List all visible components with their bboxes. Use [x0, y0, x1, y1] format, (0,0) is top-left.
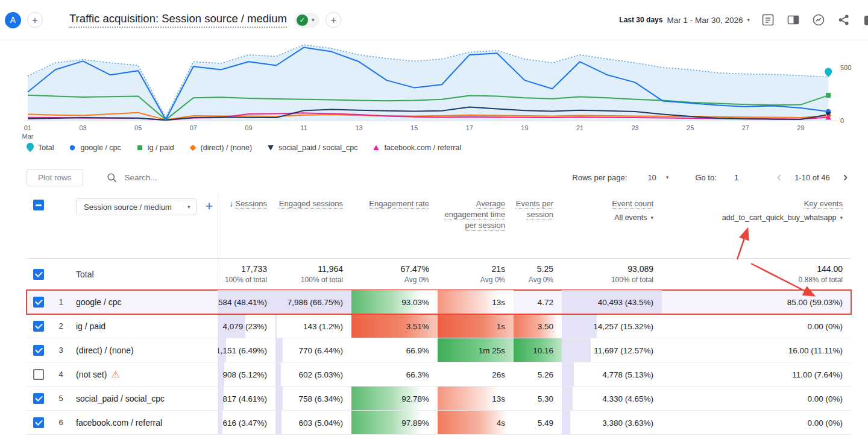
sessions-over-time-chart	[0, 40, 868, 141]
sessions-cell: 908 (5.12%)	[218, 362, 275, 386]
table-row-4[interactable]: 4(not set)⚠908 (5.12%)602 (5.03%)66.3%26…	[27, 362, 851, 387]
go-to-input[interactable]	[726, 173, 747, 182]
chevron-down-icon: ▾	[312, 17, 315, 23]
x-axis-label: 21	[576, 124, 583, 132]
notes-icon[interactable]	[761, 13, 775, 27]
share-icon[interactable]	[837, 13, 851, 27]
cell-bar	[275, 411, 281, 434]
x-axis-label: 05	[134, 124, 142, 132]
x-axis-label: 19	[521, 124, 528, 132]
column-header-avg-engagement-time[interactable]: Average engagement time per session	[438, 194, 514, 258]
table-row-3[interactable]: 3(direct) / (none)1,151 (6.49%)770 (6.44…	[27, 338, 851, 362]
report-title[interactable]: Traffic acquisition: Session source / me…	[69, 12, 287, 28]
prev-page-icon[interactable]: ‹	[773, 171, 785, 184]
key-events-cell: 0.00 (0%)	[662, 411, 851, 434]
x-axis-label: 25	[687, 124, 694, 132]
date-range-selector[interactable]: Last 30 days Mar 1 - Mar 30, 2026 ▾	[619, 16, 750, 25]
search-input[interactable]	[125, 173, 257, 182]
row-checkbox[interactable]	[33, 321, 44, 332]
sessions-cell: 616 (3.47%)	[218, 411, 275, 434]
pagination-range: 1-10 of 46	[794, 173, 830, 182]
compare-icon[interactable]	[786, 13, 800, 27]
table-row-1[interactable]: 1google / cpc8,584 (48.41%)7,986 (66.75%…	[27, 290, 851, 314]
avatar[interactable]: A	[5, 12, 21, 28]
table-row-6[interactable]: 6facebook.com / referral616 (3.47%)603 (…	[27, 411, 851, 435]
rows-per-page-value[interactable]: 10	[647, 173, 656, 182]
cell-bar	[275, 314, 277, 338]
totals-checkbox[interactable]	[33, 269, 44, 280]
legend-item[interactable]: social_paid / social_cpc	[266, 143, 357, 153]
key-events-cell: 0.00 (0%)	[662, 314, 851, 338]
engaged-sessions-cell: 603 (5.04%)	[275, 411, 351, 434]
totals-label: Total	[76, 270, 94, 279]
column-header-key-events[interactable]: Key events add_to_cart_quick_buy_whatsap…	[662, 194, 851, 258]
x-axis-label: 11	[300, 124, 307, 132]
add-dimension-button[interactable]: +	[205, 198, 213, 214]
sort-desc-icon: ↓	[230, 199, 234, 208]
row-dimension-value: google / cpc	[71, 290, 218, 314]
event-count-filter[interactable]: All events▾	[614, 213, 653, 222]
sessions-cell: 4,079 (23%)	[218, 314, 275, 338]
search-icon	[106, 172, 118, 183]
report-status-badge[interactable]: ✓ ▾	[294, 13, 320, 28]
series-end-marker	[826, 93, 831, 98]
cell-bar	[218, 411, 222, 434]
chevron-down-icon[interactable]: ▾	[666, 174, 669, 180]
row-checkbox[interactable]	[33, 393, 44, 404]
key-events-cell: 16.00 (11.11%)	[662, 338, 851, 362]
row-dimension-value: (direct) / (none)	[71, 338, 218, 362]
x-axis-label: 17	[466, 124, 473, 132]
key-events-filter[interactable]: add_to_cart_quick_buy_whatsapp▾	[722, 213, 843, 222]
row-checkbox[interactable]	[33, 345, 44, 356]
chevron-down-icon: ▾	[840, 215, 843, 221]
add-comparison-button[interactable]: +	[27, 12, 43, 28]
row-checkbox[interactable]	[33, 297, 44, 308]
acquisition-table: Session source / medium ▾ + ↓Sessions En…	[27, 194, 851, 435]
plot-rows-button[interactable]: Plot rows	[27, 169, 83, 186]
avg-engagement-time-cell: 13s	[438, 387, 514, 410]
engaged-sessions-cell: 770 (6.44%)	[275, 338, 351, 362]
table-row-5[interactable]: 5social_paid / social_cpc817 (4.61%)758 …	[27, 387, 851, 411]
column-header-event-count[interactable]: Event count All events▾	[562, 194, 662, 258]
insights-icon[interactable]	[811, 13, 826, 27]
column-header-engaged-sessions[interactable]: Engaged sessions	[275, 194, 351, 258]
dimension-selector[interactable]: Session source / medium ▾	[76, 198, 197, 215]
engagement-rate-cell: 97.89%	[351, 411, 438, 434]
rows-per-page-label: Rows per page:	[572, 173, 627, 182]
engaged-sessions-cell: 7,986 (66.75%)	[275, 290, 351, 314]
warning-icon: ⚠	[112, 369, 119, 380]
total-key-events: 144.000.88% of total	[662, 259, 851, 289]
next-page-icon[interactable]: ›	[840, 171, 851, 184]
legend-label: facebook.com / referral	[384, 144, 461, 152]
row-checkbox[interactable]	[33, 369, 44, 380]
row-checkbox[interactable]	[33, 417, 44, 428]
select-all-checkbox[interactable]	[33, 200, 44, 210]
legend-item[interactable]: google / cpc	[68, 143, 121, 153]
row-checkbox-cell	[27, 362, 51, 386]
legend-item[interactable]: Total	[26, 143, 54, 153]
row-checkbox-cell	[27, 411, 51, 434]
avg-engagement-time-cell: 13s	[438, 290, 514, 314]
dimension-selector-value: Session source / medium	[84, 203, 172, 212]
engaged-sessions-cell: 758 (6.34%)	[275, 387, 351, 410]
table-row-2[interactable]: 2ig / paid4,079 (23%)143 (1.2%)3.51%1s3.…	[27, 314, 851, 338]
column-header-engagement-rate[interactable]: Engagement rate	[351, 194, 438, 258]
totals-row: Total 17,733100% of total 11,964100% of …	[27, 259, 851, 290]
legend-item[interactable]: ig / paid	[136, 143, 174, 153]
events-per-session-cell: 4.72	[514, 290, 562, 314]
total-events-per-session: 5.25Avg 0%	[514, 259, 562, 289]
add-button[interactable]: +	[326, 12, 341, 28]
total-event-count: 93,089100% of total	[562, 259, 662, 289]
chevron-down-icon: ▾	[747, 17, 750, 23]
row-index: 3	[51, 338, 71, 362]
events-per-session-cell: 5.49	[514, 411, 562, 434]
column-header-events-per-session[interactable]: Events per session	[514, 194, 562, 258]
table-search[interactable]	[106, 172, 257, 183]
x-axis-label: 23	[631, 124, 638, 132]
date-range-value: Mar 1 - Mar 30, 2026	[667, 16, 743, 25]
legend-item[interactable]: (direct) / (none)	[189, 143, 252, 153]
cell-bar	[562, 314, 597, 338]
legend-item[interactable]: facebook.com / referral	[372, 143, 461, 153]
cell-bar	[275, 362, 281, 386]
column-header-sessions[interactable]: ↓Sessions	[218, 194, 275, 258]
